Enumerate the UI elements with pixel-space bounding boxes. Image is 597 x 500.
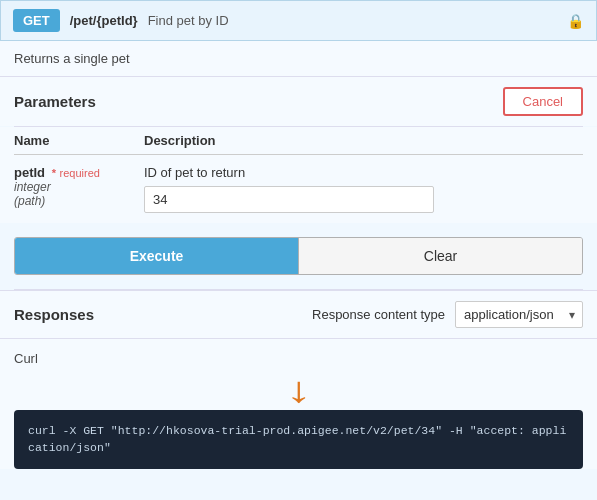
curl-code-box: curl -X GET "http://hkosova-trial-prod.a…	[14, 410, 583, 469]
table-header: Name Description	[14, 127, 583, 155]
response-content-type-label: Response content type	[312, 307, 445, 322]
cancel-button[interactable]: Cancel	[503, 87, 583, 116]
responses-label: Responses	[14, 306, 94, 323]
parameters-table: Name Description petId * required intege…	[0, 127, 597, 223]
param-description: ID of pet to return	[144, 165, 583, 180]
parameters-label: Parameters	[14, 93, 96, 110]
responses-section: Responses Response content type applicat…	[0, 290, 597, 338]
arrow-down-icon: ↓	[285, 372, 312, 408]
content-type-select[interactable]: application/json application/xml text/pl…	[455, 301, 583, 328]
param-name-col: petId * required integer (path)	[14, 165, 144, 208]
lock-icon: 🔒	[567, 13, 584, 29]
curl-arrow-container: ↓	[14, 370, 583, 410]
endpoint-description: Find pet by ID	[148, 13, 229, 28]
param-required-star: *	[52, 167, 56, 179]
param-type: integer (path)	[14, 180, 144, 208]
curl-label: Curl	[14, 347, 583, 370]
param-name: petId	[14, 165, 45, 180]
param-desc-col: ID of pet to return	[144, 165, 583, 213]
parameters-header: Parameters Cancel	[0, 77, 597, 126]
api-header: GET /pet/{petId} Find pet by ID 🔒	[0, 0, 597, 41]
api-description: Returns a single pet	[0, 41, 597, 77]
param-name-line: petId * required	[14, 165, 144, 180]
method-badge: GET	[13, 9, 60, 32]
column-name-header: Name	[14, 133, 144, 148]
table-row: petId * required integer (path) ID of pe…	[14, 155, 583, 223]
clear-button[interactable]: Clear	[298, 238, 582, 274]
endpoint-path: /pet/{petId}	[70, 13, 138, 28]
curl-section: Curl ↓ curl -X GET "http://hkosova-trial…	[0, 338, 597, 469]
execute-button[interactable]: Execute	[15, 238, 298, 274]
column-description-header: Description	[144, 133, 583, 148]
param-required-label: required	[60, 167, 100, 179]
action-buttons: Execute Clear	[14, 237, 583, 275]
content-type-wrapper[interactable]: application/json application/xml text/pl…	[455, 301, 583, 328]
param-input-petid[interactable]	[144, 186, 434, 213]
